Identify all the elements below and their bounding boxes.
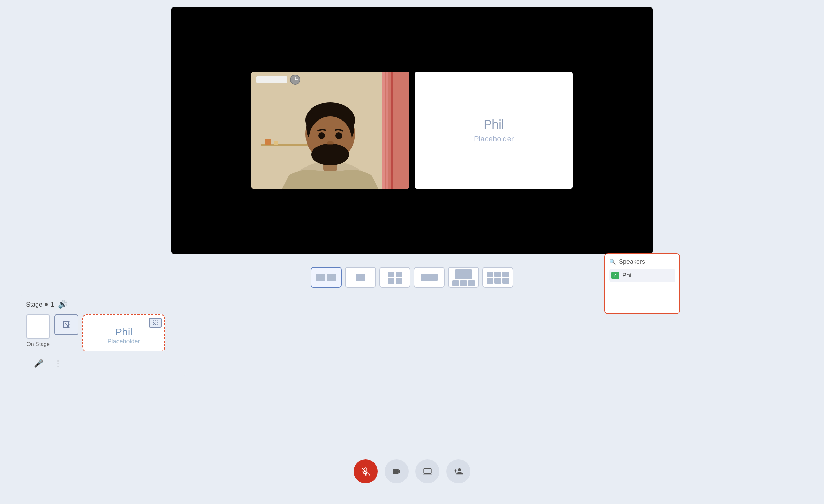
stage-label: Stage xyxy=(26,301,42,308)
layout-cell xyxy=(460,280,467,286)
search-icon: 🔍 xyxy=(609,259,616,265)
stage-dot xyxy=(45,303,48,306)
layout-cell xyxy=(396,272,402,277)
more-options-button[interactable]: ⋮ xyxy=(51,357,65,370)
speakers-header: 🔍 Speakers xyxy=(609,258,675,265)
stage-panel: Stage 1 🔊 On Stage 🖼 xyxy=(21,295,186,376)
volume-icon: 🔊 xyxy=(58,300,67,309)
layout-btn-grid[interactable] xyxy=(482,267,513,288)
svg-point-22 xyxy=(327,141,334,145)
stage-tiles: On Stage 🖼 🖼 Phil Placeholder xyxy=(26,314,180,351)
bottom-toolbar xyxy=(354,459,470,483)
monitor-icon: 🖼 xyxy=(62,320,70,330)
layout-btn-spotlight[interactable] xyxy=(414,267,445,288)
stage-controls: 🎤 ⋮ xyxy=(26,357,180,370)
stage-header: Stage 1 🔊 xyxy=(26,300,180,309)
layout-cell xyxy=(452,280,459,286)
placeholder-tile: Phil Placeholder xyxy=(415,72,573,189)
svg-rect-11 xyxy=(274,141,278,145)
bottom-area: Stage 1 🔊 On Stage 🖼 xyxy=(0,295,824,376)
speakers-title: Speakers xyxy=(619,258,645,265)
layout-cell xyxy=(455,269,472,279)
phil-tile-name: Phil xyxy=(115,326,132,338)
layout-cell xyxy=(356,274,365,281)
phil-tile-monitor-icon: 🖼 xyxy=(149,318,162,328)
layout-cell xyxy=(502,278,509,284)
microphone-button[interactable]: 🎤 xyxy=(32,357,45,370)
stage-tile-monitor: 🖼 xyxy=(54,314,78,335)
stage-tile-empty xyxy=(26,314,50,339)
camera-button[interactable] xyxy=(385,459,409,483)
mute-button[interactable] xyxy=(354,459,378,483)
layout-cell xyxy=(487,272,493,277)
svg-point-20 xyxy=(318,132,325,139)
layout-controls xyxy=(311,267,513,288)
layout-cell xyxy=(388,278,394,284)
check-badge-phil: ✓ xyxy=(611,272,619,279)
phil-tile-sub: Placeholder xyxy=(107,338,140,345)
layout-cell xyxy=(494,278,501,284)
layout-cell xyxy=(494,272,501,277)
layout-btn-four-up[interactable] xyxy=(379,267,410,288)
speaker-name-phil: Phil xyxy=(622,272,633,279)
speaker-item-phil[interactable]: ✓ Phil xyxy=(609,269,675,282)
layout-cell xyxy=(388,272,394,277)
stage-slot-empty: On Stage xyxy=(26,314,50,347)
participants-button[interactable] xyxy=(446,459,470,483)
placeholder-tile-sub: Placeholder xyxy=(474,135,514,144)
phil-placeholder-tile[interactable]: 🖼 Phil Placeholder xyxy=(82,314,165,351)
monitor-small-icon: 🖼 xyxy=(153,320,158,325)
camera-icon xyxy=(392,467,401,476)
stage-slot-monitor: 🖼 xyxy=(54,314,78,335)
layout-cell xyxy=(487,278,493,284)
svg-point-21 xyxy=(335,132,342,139)
add-participants-icon xyxy=(454,467,463,476)
camera-tile xyxy=(251,72,409,189)
main-area: Phil Placeholder xyxy=(0,0,824,376)
svg-rect-5 xyxy=(382,72,409,189)
layout-cell xyxy=(316,274,325,281)
layout-controls-wrapper: 🔍 Speakers ✓ Phil xyxy=(171,260,653,288)
layout-btn-one-up[interactable] xyxy=(345,267,376,288)
layout-btn-strip[interactable] xyxy=(448,267,479,288)
mic-off-icon xyxy=(361,467,370,476)
svg-point-19 xyxy=(311,144,349,165)
svg-rect-1 xyxy=(256,76,287,83)
layout-cell xyxy=(502,272,509,277)
layout-cell xyxy=(468,280,475,286)
layout-btn-two-up[interactable] xyxy=(311,267,342,288)
placeholder-tile-name: Phil xyxy=(483,117,504,132)
stage-count: 1 xyxy=(51,301,54,308)
layout-cell xyxy=(327,274,336,281)
on-stage-label: On Stage xyxy=(26,341,50,347)
svg-rect-10 xyxy=(265,139,271,145)
person-svg xyxy=(251,72,409,189)
layout-cell xyxy=(396,278,402,284)
screen-share-icon xyxy=(423,467,432,476)
video-stage: Phil Placeholder xyxy=(171,7,653,254)
screen-share-button[interactable] xyxy=(415,459,439,483)
layout-cell xyxy=(421,274,438,281)
